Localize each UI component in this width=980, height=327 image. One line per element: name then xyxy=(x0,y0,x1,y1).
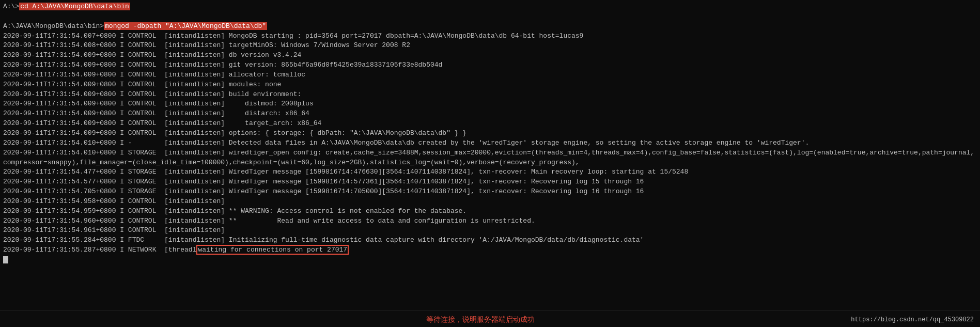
footer-bar: 等待连接，说明服务器端启动成功 https://blog.csdn.net/qq… xyxy=(0,310,980,327)
terminal-line-20: 2020-09-11T17:31:54.958+0800 I CONTROL [… xyxy=(3,197,977,207)
terminal-line-24: 2020-09-11T17:31:55.284+0800 I FTDC [ini… xyxy=(3,236,977,245)
terminal-line-16: 2020-09-11T17:31:54.010+0800 I STORAGE [… xyxy=(3,148,977,168)
terminal-line-4: 2020-09-11T17:31:54.007+0800 I CONTROL [… xyxy=(3,32,977,41)
terminal-line-10: 2020-09-11T17:31:54.009+0800 I CONTROL [… xyxy=(3,90,977,100)
terminal-line-7: 2020-09-11T17:31:54.009+0800 I CONTROL [… xyxy=(3,60,977,70)
cmd-highlight-1: cd A:\JAVA\MongoDB\data\bin xyxy=(19,3,130,10)
terminal-line-23: 2020-09-11T17:31:54.961+0800 I CONTROL [… xyxy=(3,226,977,236)
terminal-line-22: 2020-09-11T17:31:54.960+0800 I CONTROL [… xyxy=(3,216,977,226)
terminal-line-21: 2020-09-11T17:31:54.959+0800 I CONTROL [… xyxy=(3,207,977,216)
terminal-line-15: 2020-09-11T17:31:54.010+0800 I - [initan… xyxy=(3,138,977,148)
terminal-line-17: 2020-09-11T17:31:54.477+0800 I STORAGE [… xyxy=(3,167,977,177)
terminal-line-2 xyxy=(3,12,977,22)
terminal-line-6: 2020-09-11T17:31:54.009+0800 I CONTROL [… xyxy=(3,51,977,60)
terminal-line-13: 2020-09-11T17:31:54.009+0800 I CONTROL [… xyxy=(3,119,977,129)
footer-url: https://blog.csdn.net/qq_45309822 xyxy=(851,316,974,323)
prompt-1: A:\> xyxy=(3,3,19,10)
terminal-line-8: 2020-09-11T17:31:54.009+0800 I CONTROL [… xyxy=(3,70,977,80)
terminal-line-1: A:\>cd A:\JAVA\MongoDB\data\bin xyxy=(3,2,977,12)
terminal-line-18: 2020-09-11T17:31:54.577+0800 I STORAGE [… xyxy=(3,177,977,187)
terminal-line-25: 2020-09-11T17:31:55.287+0800 I NETWORK [… xyxy=(3,245,977,255)
port-highlight: waiting for connections on port 27017 xyxy=(196,245,349,255)
terminal-line-12: 2020-09-11T17:31:54.009+0800 I CONTROL [… xyxy=(3,109,977,119)
terminal-line-cursor xyxy=(3,255,977,265)
terminal-window: A:\>cd A:\JAVA\MongoDB\data\bin A:\JAVA\… xyxy=(0,0,980,310)
terminal-line-3: A:\JAVA\MongoDB\data\bin>mongod -dbpath … xyxy=(3,22,977,32)
footer-note: 等待连接，说明服务器端启动成功 xyxy=(110,315,851,324)
terminal-line-5: 2020-09-11T17:31:54.008+0800 I CONTROL [… xyxy=(3,41,977,51)
terminal-line-11: 2020-09-11T17:31:54.009+0800 I CONTROL [… xyxy=(3,99,977,109)
prompt-3: A:\JAVA\MongoDB\data\bin> xyxy=(3,22,104,30)
terminal-line-19: 2020-09-11T17:31:54.705+0800 I STORAGE [… xyxy=(3,187,977,197)
terminal-line-14: 2020-09-11T17:31:54.009+0800 I CONTROL [… xyxy=(3,129,977,138)
cursor xyxy=(3,256,8,263)
terminal-line-9: 2020-09-11T17:31:54.009+0800 I CONTROL [… xyxy=(3,80,977,90)
cmd-highlight-3: mongod -dbpath "A:\JAVA\MongoDB\data\db" xyxy=(104,22,267,30)
